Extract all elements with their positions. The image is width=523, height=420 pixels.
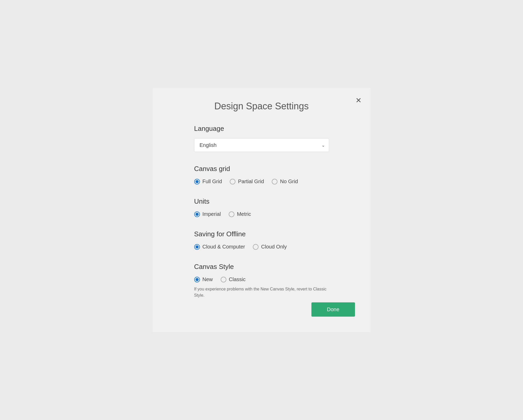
saving-radio-group: Cloud & Computer Cloud Only xyxy=(194,244,329,250)
close-button[interactable]: ✕ xyxy=(354,96,363,105)
done-button[interactable]: Done xyxy=(311,302,355,317)
no-grid-radio[interactable] xyxy=(272,179,277,184)
done-button-wrapper: Done xyxy=(311,302,355,317)
settings-modal: ✕ Design Space Settings Language English… xyxy=(153,88,371,332)
modal-overlay: ✕ Design Space Settings Language English… xyxy=(0,0,523,420)
metric-option[interactable]: Metric xyxy=(229,211,251,217)
canvas-grid-radio-group: Full Grid Partial Grid No Grid xyxy=(194,179,329,184)
no-grid-label: No Grid xyxy=(280,179,298,184)
classic-style-option[interactable]: Classic xyxy=(221,276,246,282)
classic-style-label: Classic xyxy=(229,276,246,282)
canvas-style-section: Canvas Style New Classic If you experien… xyxy=(194,263,329,298)
modal-title: Design Space Settings xyxy=(214,101,309,112)
language-select[interactable]: English French Spanish German Italian Po… xyxy=(194,138,329,152)
imperial-option[interactable]: Imperial xyxy=(194,211,221,217)
partial-grid-label: Partial Grid xyxy=(238,179,264,184)
full-grid-radio[interactable] xyxy=(194,179,200,184)
units-section-title: Units xyxy=(194,197,329,205)
full-grid-label: Full Grid xyxy=(203,179,222,184)
full-grid-option[interactable]: Full Grid xyxy=(194,179,222,184)
cloud-computer-option[interactable]: Cloud & Computer xyxy=(194,244,245,250)
close-icon: ✕ xyxy=(355,96,361,104)
settings-content: Language English French Spanish German I… xyxy=(194,125,329,311)
no-grid-option[interactable]: No Grid xyxy=(272,179,298,184)
cloud-computer-radio[interactable] xyxy=(194,244,200,250)
saving-section: Saving for Offline Cloud & Computer Clou… xyxy=(194,230,329,250)
metric-label: Metric xyxy=(237,211,251,217)
units-radio-group: Imperial Metric xyxy=(194,211,329,217)
classic-style-radio[interactable] xyxy=(221,277,226,282)
saving-section-title: Saving for Offline xyxy=(194,230,329,238)
canvas-grid-section-title: Canvas grid xyxy=(194,165,329,173)
new-style-label: New xyxy=(203,276,213,282)
cloud-computer-label: Cloud & Computer xyxy=(203,244,245,250)
new-style-radio[interactable] xyxy=(194,277,200,282)
partial-grid-option[interactable]: Partial Grid xyxy=(230,179,264,184)
canvas-style-radio-group: New Classic xyxy=(194,276,329,282)
language-section-title: Language xyxy=(194,125,329,133)
cloud-only-option[interactable]: Cloud Only xyxy=(253,244,287,250)
cloud-only-radio[interactable] xyxy=(253,244,259,250)
canvas-style-section-title: Canvas Style xyxy=(194,263,329,271)
partial-grid-radio[interactable] xyxy=(230,179,235,184)
imperial-radio[interactable] xyxy=(194,211,200,217)
units-section: Units Imperial Metric xyxy=(194,197,329,217)
imperial-label: Imperial xyxy=(203,211,221,217)
new-style-option[interactable]: New xyxy=(194,276,213,282)
language-select-wrapper: English French Spanish German Italian Po… xyxy=(194,138,329,152)
canvas-style-hint: If you experience problems with the New … xyxy=(194,286,329,298)
language-section: Language English French Spanish German I… xyxy=(194,125,329,152)
canvas-grid-section: Canvas grid Full Grid Partial Grid No Gr… xyxy=(194,165,329,184)
cloud-only-label: Cloud Only xyxy=(261,244,287,250)
metric-radio[interactable] xyxy=(229,211,234,217)
